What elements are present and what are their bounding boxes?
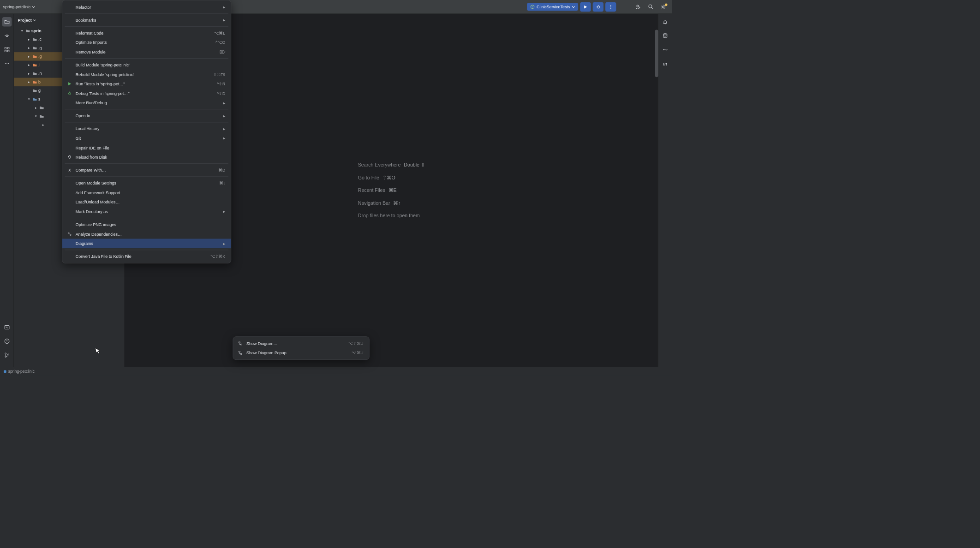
menu-repair-ide[interactable]: Repair IDE on File bbox=[62, 143, 231, 153]
menu-shortcut: ⌥⌘U bbox=[352, 351, 363, 355]
menu-reload-from-disk[interactable]: Reload from Disk bbox=[62, 152, 231, 162]
chevron-right-icon[interactable]: ▸ bbox=[27, 38, 31, 42]
menu-shortcut: ⌘↓ bbox=[219, 181, 225, 185]
chevron-right-icon: ▶ bbox=[223, 127, 225, 131]
notifications-button[interactable] bbox=[660, 17, 670, 27]
menu-convert-kotlin[interactable]: Convert Java File to Kotlin File⌥⇧⌘K bbox=[62, 252, 231, 262]
menu-load-unload-modules[interactable]: Load/Unload Modules… bbox=[62, 197, 231, 207]
code-with-me-button[interactable] bbox=[633, 2, 643, 12]
project-tool-button[interactable] bbox=[2, 17, 12, 27]
svg-point-19 bbox=[5, 356, 6, 357]
menu-label: Git bbox=[76, 136, 220, 140]
menu-label: Refactor bbox=[76, 5, 220, 9]
menu-compare-with[interactable]: Compare With…⌘D bbox=[62, 166, 231, 175]
vcs-tool-button[interactable] bbox=[2, 351, 12, 360]
svg-point-3 bbox=[610, 6, 611, 7]
svg-point-21 bbox=[663, 34, 667, 35]
right-tool-gutter: m bbox=[658, 14, 672, 367]
svg-point-24 bbox=[70, 234, 71, 236]
menu-optimize-png[interactable]: Optimize PNG images bbox=[62, 220, 231, 229]
menu-rebuild-module[interactable]: Rebuild Module 'spring-petclinic'⇧⌘F9 bbox=[62, 70, 231, 79]
chevron-right-icon[interactable]: ▸ bbox=[41, 123, 45, 127]
tip-label: Recent Files bbox=[358, 187, 385, 193]
tree-label: .n bbox=[38, 71, 42, 76]
svg-point-20 bbox=[7, 354, 9, 355]
status-module-name[interactable]: spring-petclinic bbox=[8, 369, 35, 374]
deps-icon bbox=[67, 232, 72, 236]
run-configuration-selector[interactable]: ClinicServiceTests bbox=[527, 3, 578, 11]
warning-icon bbox=[4, 338, 10, 344]
tree-label: .g bbox=[38, 46, 42, 50]
svg-point-23 bbox=[68, 232, 69, 234]
menu-label: Open In bbox=[76, 113, 220, 118]
project-name[interactable]: spring-petclinic bbox=[3, 5, 35, 9]
chevron-right-icon[interactable]: ▸ bbox=[27, 80, 31, 84]
status-bar: spring-petclinic bbox=[0, 367, 672, 375]
menu-more-run-debug[interactable]: More Run/Debug▶ bbox=[62, 98, 231, 108]
menu-git[interactable]: Git▶ bbox=[62, 133, 231, 143]
settings-button[interactable] bbox=[658, 2, 669, 12]
maven-tool-button[interactable]: m bbox=[660, 59, 670, 69]
menu-open-in[interactable]: Open In▶ bbox=[62, 111, 231, 121]
menu-open-module-settings[interactable]: Open Module Settings⌘↓ bbox=[62, 179, 231, 188]
tip-label: Navigation Bar bbox=[358, 200, 390, 206]
coverage-tool-button[interactable] bbox=[660, 45, 670, 54]
menu-debug-tests[interactable]: Debug 'Tests in 'spring-pet…''^⇧D bbox=[62, 89, 231, 98]
menu-label: Load/Unload Modules… bbox=[76, 200, 225, 204]
structure-tool-button[interactable] bbox=[2, 45, 12, 54]
tip-shortcut: ⌘↑ bbox=[393, 200, 400, 206]
terminal-tool-button[interactable] bbox=[2, 322, 12, 332]
editor-scrollbar[interactable] bbox=[655, 30, 658, 312]
menu-local-history[interactable]: Local History▶ bbox=[62, 124, 231, 134]
chevron-right-icon[interactable]: ▸ bbox=[27, 46, 31, 50]
menu-diagrams[interactable]: Diagrams▶ bbox=[62, 239, 231, 249]
search-button[interactable] bbox=[645, 2, 656, 12]
menu-refactor[interactable]: Refactor▶ bbox=[62, 2, 231, 12]
menu-run-tests[interactable]: Run 'Tests in 'spring-pet…''^⇧R bbox=[62, 79, 231, 89]
folder-icon bbox=[32, 45, 37, 50]
menu-bookmarks[interactable]: Bookmarks▶ bbox=[62, 15, 231, 25]
reload-icon bbox=[67, 155, 72, 160]
chevron-down-icon[interactable]: ▾ bbox=[20, 29, 24, 33]
chevron-down-icon[interactable]: ▾ bbox=[27, 97, 31, 101]
menu-add-framework[interactable]: Add Framework Support… bbox=[62, 188, 231, 197]
chevron-right-icon: ▶ bbox=[223, 5, 225, 9]
problems-tool-button[interactable] bbox=[2, 336, 12, 346]
tip-label: Drop files here to open them bbox=[358, 213, 420, 219]
menu-build-module[interactable]: Build Module 'spring-petclinic' bbox=[62, 60, 231, 70]
tree-label: .c bbox=[38, 37, 42, 42]
chevron-down-icon bbox=[32, 5, 35, 8]
chevron-right-icon[interactable]: ▸ bbox=[34, 106, 38, 110]
menu-label: Compare With… bbox=[76, 168, 215, 173]
menu-label: Optimize PNG images bbox=[76, 222, 225, 227]
chevron-right-icon[interactable]: ▸ bbox=[27, 63, 31, 67]
svg-point-1 bbox=[597, 6, 599, 8]
chevron-right-icon: ▶ bbox=[223, 101, 225, 105]
folder-icon bbox=[32, 96, 37, 101]
bug-icon bbox=[67, 91, 72, 95]
welcome-tips: Search EverywhereDouble ⇧ Go to File⇧⌘O … bbox=[358, 159, 425, 222]
chevron-right-icon[interactable]: ▸ bbox=[27, 72, 31, 76]
submenu-show-diagram-popup[interactable]: Show Diagram Popup… ⌥⌘U bbox=[233, 348, 369, 358]
svg-point-8 bbox=[6, 35, 8, 36]
menu-mark-directory-as[interactable]: Mark Directory as▶ bbox=[62, 207, 231, 216]
database-tool-button[interactable] bbox=[660, 31, 670, 41]
bell-icon bbox=[662, 19, 668, 24]
chevron-right-icon[interactable]: ▸ bbox=[27, 55, 31, 59]
chevron-down-icon[interactable]: ▾ bbox=[34, 114, 38, 118]
context-menu: Refactor▶ Bookmarks▶ Reformat Code⌥⌘L Op… bbox=[62, 0, 231, 263]
menu-reformat-code[interactable]: Reformat Code⌥⌘L bbox=[62, 28, 231, 38]
menu-analyze-dependencies[interactable]: Analyze Dependencies… bbox=[62, 229, 231, 239]
folder-icon bbox=[32, 37, 37, 42]
debug-button[interactable] bbox=[593, 2, 604, 12]
more-actions-button[interactable] bbox=[605, 2, 616, 12]
tree-label: s bbox=[38, 97, 40, 101]
commit-tool-button[interactable] bbox=[2, 31, 12, 41]
menu-remove-module[interactable]: Remove Module⌦ bbox=[62, 47, 231, 57]
more-tools-button[interactable] bbox=[2, 59, 12, 69]
menu-optimize-imports[interactable]: Optimize Imports^⌥O bbox=[62, 38, 231, 48]
menu-shortcut: ⌥⌘L bbox=[214, 30, 225, 35]
run-button[interactable] bbox=[580, 2, 591, 12]
submenu-show-diagram[interactable]: Show Diagram… ⌥⇧⌘U bbox=[233, 339, 369, 348]
menu-label: Optimize Imports bbox=[76, 40, 212, 45]
